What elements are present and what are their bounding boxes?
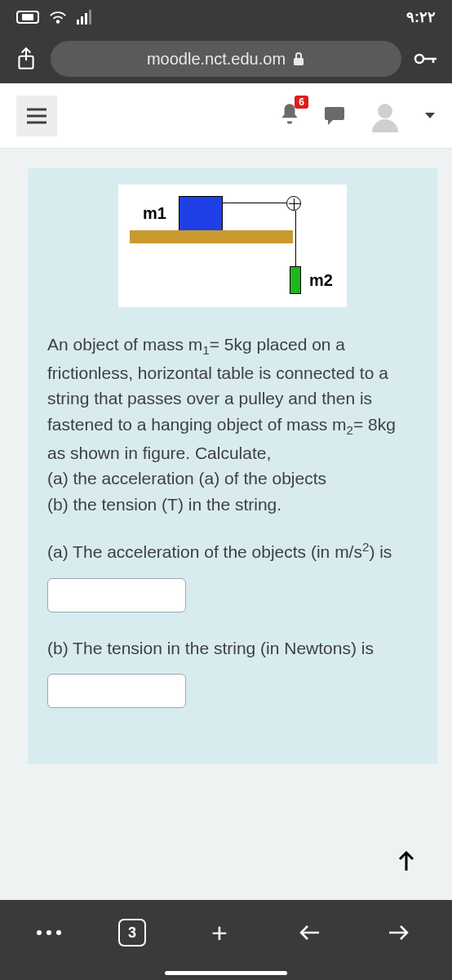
notification-badge: 6 bbox=[295, 96, 308, 109]
scroll-to-top-button[interactable] bbox=[390, 844, 423, 877]
site-topbar: 6 bbox=[0, 83, 452, 149]
block-m1 bbox=[179, 196, 223, 232]
more-menu-icon[interactable] bbox=[37, 930, 61, 935]
status-left-icons bbox=[16, 10, 91, 24]
answer-a-input[interactable] bbox=[47, 578, 186, 612]
address-bar[interactable]: moodle.nct.edu.om bbox=[51, 41, 401, 77]
svg-rect-2 bbox=[294, 58, 304, 65]
string-vertical bbox=[295, 211, 296, 266]
browser-toolbar: moodle.nct.edu.om bbox=[0, 34, 452, 83]
home-indicator[interactable] bbox=[165, 971, 287, 975]
forward-button[interactable] bbox=[383, 923, 415, 942]
hamburger-icon bbox=[26, 108, 47, 124]
browser-bottom-bar: 3 + bbox=[0, 900, 452, 980]
messages-icon[interactable] bbox=[323, 105, 346, 127]
part-b-label: (b) The tension in the string (in Newton… bbox=[47, 635, 418, 662]
answer-b-input[interactable] bbox=[47, 674, 186, 708]
new-tab-button[interactable]: + bbox=[203, 916, 236, 949]
table-surface bbox=[130, 230, 293, 243]
back-button[interactable] bbox=[293, 923, 326, 942]
share-icon[interactable] bbox=[10, 47, 42, 71]
lock-icon bbox=[292, 51, 305, 66]
string-horizontal bbox=[223, 203, 293, 203]
chevron-down-icon[interactable] bbox=[424, 112, 436, 120]
svg-point-3 bbox=[415, 55, 423, 63]
tabs-button[interactable]: 3 bbox=[118, 919, 146, 947]
wifi-icon bbox=[49, 10, 67, 24]
arrow-left-icon bbox=[298, 923, 321, 942]
pulley-icon bbox=[286, 196, 301, 211]
menu-button[interactable] bbox=[16, 96, 57, 136]
cell-signal-icon bbox=[77, 10, 91, 24]
question-text: An object of mass m1= 5kg placed on a fr… bbox=[47, 332, 418, 517]
avatar-icon[interactable] bbox=[369, 100, 401, 132]
m2-label: m2 bbox=[309, 271, 333, 290]
arrow-up-icon bbox=[397, 849, 416, 872]
status-bar: ٩:٢٢ bbox=[0, 0, 452, 34]
question-card: m1 m2 An object of mass m1= 5kg placed o… bbox=[28, 168, 437, 764]
key-icon[interactable] bbox=[410, 49, 442, 69]
svg-point-4 bbox=[378, 104, 392, 118]
physics-figure: m1 m2 bbox=[118, 185, 347, 307]
part-a-label: (a) The acceleration of the objects (in … bbox=[47, 538, 418, 565]
svg-point-0 bbox=[57, 20, 60, 23]
pip-indicator-icon bbox=[16, 11, 39, 24]
page-content: 6 m1 m2 An object of mass m1= 5kg placed… bbox=[0, 83, 452, 900]
m1-label: m1 bbox=[143, 204, 166, 223]
url-text: moodle.nct.edu.om bbox=[147, 50, 286, 69]
arrow-right-icon bbox=[388, 923, 410, 942]
content-area: m1 m2 An object of mass m1= 5kg placed o… bbox=[0, 149, 452, 900]
notifications-button[interactable]: 6 bbox=[279, 102, 300, 130]
clock: ٩:٢٢ bbox=[406, 8, 436, 26]
block-m2 bbox=[290, 266, 301, 294]
